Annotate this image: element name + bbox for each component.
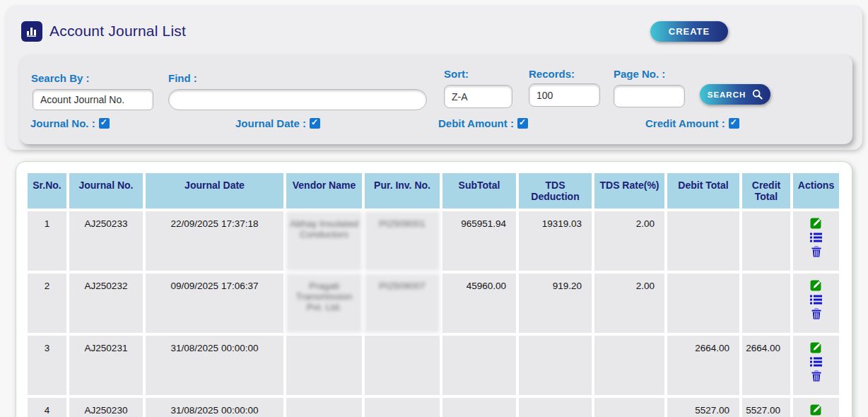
cell-pur-inv-no: PI2509007 xyxy=(365,274,440,333)
records-input[interactable] xyxy=(529,83,600,107)
col-actions: Actions xyxy=(793,173,839,208)
journal-date-checkbox[interactable] xyxy=(310,118,320,129)
cell-tds-deduction: 19319.03 xyxy=(519,211,592,271)
cell-sr: 1 xyxy=(28,211,66,271)
bar-chart-icon xyxy=(21,21,42,42)
filter-debit-amount: Debit Amount : xyxy=(438,117,528,129)
cell-debit-total: 5527.00 xyxy=(667,398,739,417)
journal-no-checkbox-label: Journal No. : xyxy=(30,117,95,129)
search-by-select[interactable] xyxy=(33,89,153,110)
journal-no-checkbox[interactable] xyxy=(99,118,110,129)
cell-credit-total: 5527.00 xyxy=(742,398,790,417)
cell-pur-inv-no xyxy=(365,336,440,395)
col-pur-inv-no: Pur. Inv. No. xyxy=(365,173,440,208)
page-no-input[interactable] xyxy=(614,85,685,107)
cell-debit-total: 2664.00 xyxy=(667,336,739,395)
cell-subtotal xyxy=(442,398,516,417)
cell-credit-total xyxy=(742,211,790,271)
search-panel: Search By : Find : Sort: Records: Page N… xyxy=(20,55,852,144)
sort-input[interactable] xyxy=(444,85,512,108)
edit-icon[interactable] xyxy=(810,217,822,229)
filter-credit-amount: Credit Amount : xyxy=(645,117,739,129)
cell-journal-date: 22/09/2025 17:37:18 xyxy=(146,211,283,271)
col-subtotal: SubTotal xyxy=(442,173,516,208)
cell-pur-inv-no: PI2509001 xyxy=(365,211,440,271)
cell-journal-date: 31/08/2025 00:00:00 xyxy=(146,398,283,417)
cell-subtotal xyxy=(442,336,516,395)
table-row: 2AJ25023209/09/2025 17:06:37Pragati Tran… xyxy=(28,274,839,333)
list-icon[interactable] xyxy=(810,357,822,367)
col-vendor-name: Vendor Name xyxy=(286,173,362,208)
col-tds-deduction: TDS Deduction xyxy=(519,173,592,208)
table-body: 1AJ25023322/09/2025 17:37:18Abhay Insula… xyxy=(28,211,839,417)
sort-label: Sort: xyxy=(444,68,469,80)
list-icon[interactable] xyxy=(810,295,822,305)
cell-actions xyxy=(793,398,839,417)
journal-table: Sr.No. Journal No. Journal Date Vendor N… xyxy=(25,170,842,417)
cell-credit-total: 2664.00 xyxy=(742,336,790,395)
cell-vendor-name: Pragati Transmission Pvt. Ltd. xyxy=(286,274,362,333)
cell-vendor-name xyxy=(286,398,362,417)
create-button[interactable]: CREATE xyxy=(650,21,728,42)
find-label: Find : xyxy=(168,72,197,84)
cell-journal-no: AJ250232 xyxy=(69,274,143,333)
cell-vendor-name xyxy=(286,336,362,395)
table-row: 3AJ25023131/08/2025 00:00:002664.002664.… xyxy=(28,336,839,395)
records-label: Records: xyxy=(529,68,575,80)
cell-subtotal: 965951.94 xyxy=(442,211,516,271)
cell-credit-total xyxy=(742,274,790,333)
cell-sr: 2 xyxy=(28,274,66,333)
cell-subtotal: 45960.00 xyxy=(442,274,516,333)
cell-tds-rate xyxy=(594,336,664,395)
cell-sr: 3 xyxy=(28,336,66,395)
col-journal-no: Journal No. xyxy=(69,173,143,208)
col-journal-date: Journal Date xyxy=(146,173,283,208)
cell-journal-no: AJ250233 xyxy=(69,211,143,271)
table-row: 4AJ25023031/08/2025 00:00:005527.005527.… xyxy=(28,398,839,417)
col-tds-rate: TDS Rate(%) xyxy=(594,173,664,208)
table-header-row: Sr.No. Journal No. Journal Date Vendor N… xyxy=(28,173,839,208)
cell-tds-rate: 2.00 xyxy=(594,211,664,271)
search-button-label: SEARCH xyxy=(708,90,746,99)
cell-pur-inv-no xyxy=(365,398,440,417)
search-by-label: Search By : xyxy=(31,72,90,84)
debit-amount-checkbox[interactable] xyxy=(517,118,528,129)
col-sr-no: Sr.No. xyxy=(28,173,66,208)
cell-actions xyxy=(793,336,839,395)
edit-icon[interactable] xyxy=(810,341,822,353)
delete-icon[interactable] xyxy=(811,370,821,382)
journal-table-card: Sr.No. Journal No. Journal Date Vendor N… xyxy=(16,161,852,417)
search-icon xyxy=(752,89,763,100)
cell-sr: 4 xyxy=(28,398,66,417)
find-input[interactable] xyxy=(168,89,427,110)
edit-icon[interactable] xyxy=(810,279,822,291)
page-no-label: Page No. : xyxy=(614,68,665,80)
cell-debit-total xyxy=(667,211,739,271)
cell-journal-date: 31/08/2025 00:00:00 xyxy=(146,336,283,395)
cell-debit-total xyxy=(667,274,739,333)
credit-amount-checkbox-label: Credit Amount : xyxy=(645,117,725,129)
journal-date-checkbox-label: Journal Date : xyxy=(235,117,306,129)
cell-actions xyxy=(793,211,839,271)
col-debit-total: Debit Total xyxy=(667,173,739,208)
cell-actions xyxy=(793,274,839,333)
cell-tds-rate xyxy=(594,398,664,417)
title-row: Account Journal List CREATE xyxy=(21,14,847,48)
cell-tds-deduction: 919.20 xyxy=(519,274,592,333)
delete-icon[interactable] xyxy=(811,308,821,319)
list-icon[interactable] xyxy=(810,233,822,242)
cell-tds-deduction xyxy=(519,336,592,395)
table-row: 1AJ25023322/09/2025 17:37:18Abhay Insula… xyxy=(28,211,839,271)
delete-icon[interactable] xyxy=(811,246,821,257)
cell-journal-date: 09/09/2025 17:06:37 xyxy=(146,274,283,333)
search-button[interactable]: SEARCH xyxy=(700,84,770,105)
filter-journal-no: Journal No. : xyxy=(30,117,110,129)
cell-journal-no: AJ250231 xyxy=(69,336,143,395)
cell-vendor-name: Abhay Insulated Conductors xyxy=(286,211,362,271)
debit-amount-checkbox-label: Debit Amount : xyxy=(438,117,514,129)
edit-icon[interactable] xyxy=(810,404,822,416)
cell-journal-no: AJ250230 xyxy=(69,398,143,417)
credit-amount-checkbox[interactable] xyxy=(729,118,739,129)
filter-journal-date: Journal Date : xyxy=(235,117,320,129)
header-card: Account Journal List CREATE Search By : … xyxy=(6,6,862,150)
